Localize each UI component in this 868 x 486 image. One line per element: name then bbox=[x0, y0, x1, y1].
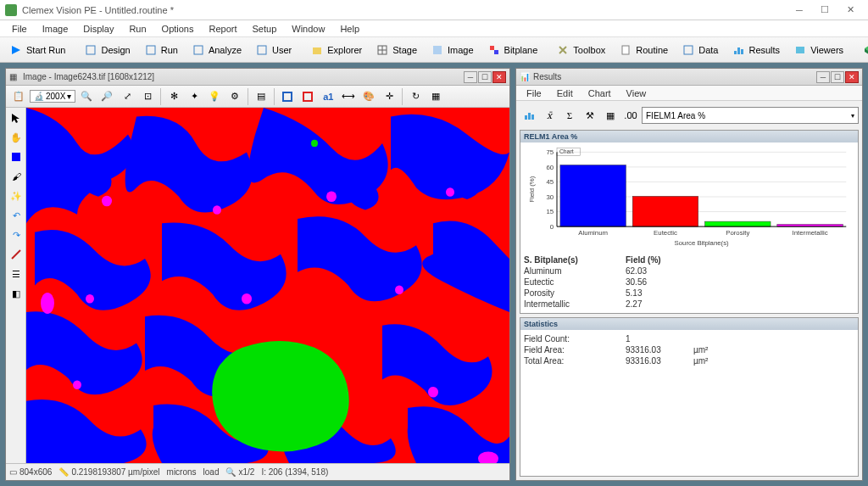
refresh-icon[interactable]: ↻ bbox=[406, 87, 425, 106]
svg-rect-1 bbox=[86, 46, 95, 54]
svg-point-36 bbox=[428, 387, 438, 398]
data-table: S. Bitplane(s) Field (%) Aluminum62.03Eu… bbox=[520, 251, 858, 313]
svg-rect-42 bbox=[531, 115, 534, 120]
svg-rect-2 bbox=[147, 46, 155, 54]
misc-tool-icon[interactable]: ◧ bbox=[8, 285, 25, 302]
stage-button[interactable]: Stage bbox=[370, 40, 423, 60]
viewers-icon bbox=[793, 43, 807, 57]
menu-window[interactable]: Window bbox=[285, 22, 331, 36]
close-button[interactable]: ✕ bbox=[837, 2, 863, 19]
svg-point-31 bbox=[446, 187, 454, 196]
results-icon bbox=[732, 43, 745, 57]
explorer-button[interactable]: Explorer bbox=[304, 40, 368, 60]
hammer-icon[interactable]: ⚒ bbox=[581, 106, 599, 125]
hand-tool-icon[interactable]: ✋ bbox=[8, 129, 25, 146]
gear-icon[interactable]: ⚙ bbox=[225, 87, 244, 106]
menu-help[interactable]: Help bbox=[333, 22, 366, 36]
image-canvas[interactable] bbox=[26, 108, 509, 463]
layers-icon[interactable]: ▤ bbox=[252, 87, 270, 106]
svg-point-29 bbox=[213, 205, 221, 214]
design-button[interactable]: Design bbox=[78, 40, 136, 60]
palette-icon[interactable]: 🎨 bbox=[359, 87, 378, 106]
svg-marker-24 bbox=[12, 114, 19, 123]
line-tool-icon[interactable] bbox=[8, 246, 25, 263]
image-statusbar: ▭804x606 📏0.2198193807 µm/pixel microns … bbox=[6, 463, 509, 480]
menu-options[interactable]: Options bbox=[155, 22, 201, 36]
star-icon[interactable]: ✻ bbox=[164, 87, 183, 106]
grid-icon[interactable]: ▦ bbox=[601, 106, 620, 125]
bulb-icon[interactable]: 💡 bbox=[205, 87, 224, 106]
clipboard-icon[interactable]: 📋 bbox=[9, 87, 28, 106]
sparkle-icon[interactable]: ✦ bbox=[185, 87, 203, 106]
svg-text:Porosity: Porosity bbox=[726, 229, 749, 237]
svg-text:Source Bitplane(s): Source Bitplane(s) bbox=[675, 239, 730, 247]
user-button[interactable]: User bbox=[249, 40, 298, 60]
decimal-icon[interactable]: .00 bbox=[621, 106, 640, 125]
toolbox-button[interactable]: Toolbox bbox=[550, 40, 611, 60]
routine-icon bbox=[619, 43, 632, 57]
results-panel-min[interactable]: ─ bbox=[816, 71, 830, 83]
image-icon bbox=[431, 43, 444, 57]
brush-tool-icon[interactable]: 🖌 bbox=[8, 168, 25, 185]
image-side-tools: ✋ 🖌 ✨ ↶ ↷ ☰ ◧ bbox=[6, 108, 26, 463]
mean-icon[interactable]: x̄ bbox=[540, 106, 559, 125]
undo-icon[interactable]: ↶ bbox=[8, 207, 25, 224]
results-menu-file[interactable]: File bbox=[520, 87, 548, 100]
svg-rect-13 bbox=[684, 46, 693, 54]
run-button[interactable]: Run bbox=[138, 40, 184, 60]
menu-run[interactable]: Run bbox=[122, 22, 153, 36]
rect-red-icon[interactable] bbox=[298, 87, 317, 106]
bitplane-button[interactable]: Bitplane bbox=[481, 40, 544, 60]
results-panel-max[interactable]: ☐ bbox=[831, 71, 844, 83]
bars-tool-icon[interactable]: ☰ bbox=[8, 265, 25, 282]
svg-rect-10 bbox=[490, 46, 494, 50]
results-panel-close[interactable]: ✕ bbox=[845, 71, 859, 83]
results-menu-edit[interactable]: Edit bbox=[550, 87, 580, 100]
viewers-button[interactable]: Viewers bbox=[787, 40, 849, 60]
svg-rect-14 bbox=[734, 51, 737, 54]
target-icon[interactable]: ✛ bbox=[380, 87, 398, 106]
results-button[interactable]: Results bbox=[726, 40, 786, 60]
pointer-tool-icon[interactable] bbox=[8, 109, 25, 126]
wand-tool-icon[interactable]: ✨ bbox=[8, 187, 25, 204]
minimize-button[interactable]: ─ bbox=[787, 2, 812, 19]
image-panel-max[interactable]: ☐ bbox=[478, 71, 492, 83]
zoom-fit-icon[interactable]: ⤢ bbox=[118, 87, 136, 106]
menu-file[interactable]: File bbox=[5, 22, 34, 36]
svg-text:75: 75 bbox=[546, 148, 554, 156]
start-run-button[interactable]: Start Run bbox=[3, 40, 71, 60]
user-icon bbox=[255, 43, 269, 57]
menu-setup[interactable]: Setup bbox=[246, 22, 284, 36]
result-field-combo[interactable]: FIELM1 Area % ▾ bbox=[642, 107, 859, 124]
menu-report[interactable]: Report bbox=[203, 22, 244, 36]
zoom-out-icon[interactable]: 🔎 bbox=[97, 87, 116, 106]
results-menu-chart[interactable]: Chart bbox=[581, 87, 618, 100]
svg-rect-40 bbox=[525, 115, 527, 120]
fill-blue-icon[interactable] bbox=[8, 148, 25, 165]
redo-icon[interactable]: ↷ bbox=[8, 226, 25, 243]
menu-display[interactable]: Display bbox=[76, 22, 120, 36]
table-row: Intermetallic2.27 bbox=[524, 299, 854, 310]
results-menu-view[interactable]: View bbox=[620, 87, 654, 100]
grid-icon[interactable]: ▦ bbox=[426, 87, 445, 106]
status-scale: 📏0.2198193807 µm/pixel bbox=[58, 467, 159, 477]
sum-icon[interactable]: Σ bbox=[560, 106, 579, 125]
image-panel-close[interactable]: ✕ bbox=[492, 71, 506, 83]
chart-icon[interactable] bbox=[520, 106, 538, 125]
analyze-button[interactable]: Analyze bbox=[186, 40, 248, 60]
magnification-combo[interactable]: 🔬 200X ▾ bbox=[30, 90, 75, 103]
data-button[interactable]: Data bbox=[676, 40, 724, 60]
play-icon bbox=[9, 43, 23, 57]
zoom-in-icon[interactable]: 🔍 bbox=[77, 87, 96, 106]
text-annotation-icon[interactable]: a1 bbox=[319, 87, 337, 106]
image-button[interactable]: Image bbox=[425, 40, 480, 60]
zoom-100-icon[interactable]: ⊡ bbox=[138, 87, 157, 106]
svg-rect-4 bbox=[258, 46, 266, 54]
3d-model-button[interactable]: 3D Model bbox=[856, 40, 868, 60]
rect-blue-icon[interactable] bbox=[278, 87, 297, 106]
ruler-h-icon[interactable]: ⟷ bbox=[339, 87, 358, 106]
maximize-button[interactable]: ☐ bbox=[812, 2, 837, 19]
image-panel-min[interactable]: ─ bbox=[464, 71, 477, 83]
routine-button[interactable]: Routine bbox=[613, 40, 674, 60]
menu-image[interactable]: Image bbox=[36, 22, 75, 36]
